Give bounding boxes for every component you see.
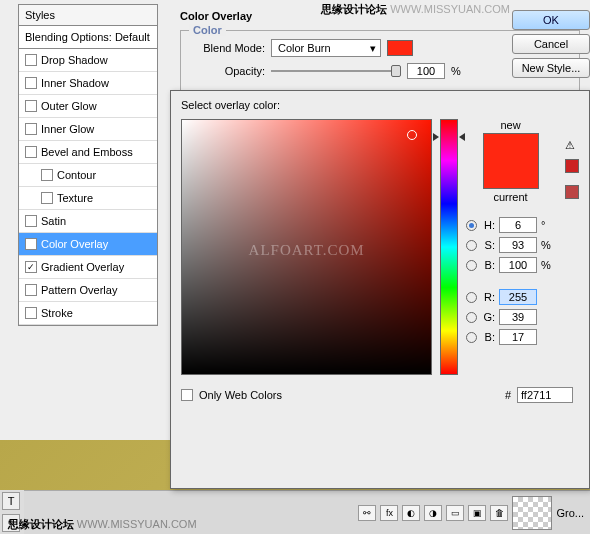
folder-icon[interactable]: ▭ — [446, 505, 464, 521]
opacity-input[interactable]: 100 — [407, 63, 445, 79]
style-label: Satin — [41, 215, 66, 227]
h-unit: ° — [541, 219, 555, 231]
dialog-buttons: OK Cancel New Style... — [512, 10, 590, 78]
style-label: Stroke — [41, 307, 73, 319]
s-radio[interactable] — [466, 240, 477, 251]
style-checkbox[interactable] — [41, 192, 53, 204]
picker-title: Select overlay color: — [181, 99, 579, 111]
style-checkbox[interactable] — [25, 123, 37, 135]
styles-header[interactable]: Styles — [19, 5, 157, 26]
style-label: Texture — [57, 192, 93, 204]
style-item-gradient-overlay[interactable]: ✓Gradient Overlay — [19, 256, 157, 279]
hex-input[interactable]: ff2711 — [517, 387, 573, 403]
style-checkbox[interactable] — [25, 54, 37, 66]
websafe-icon[interactable] — [565, 185, 579, 199]
b2-label: B: — [481, 331, 495, 343]
style-item-satin[interactable]: Satin — [19, 210, 157, 233]
style-label: Outer Glow — [41, 100, 97, 112]
gamut-warning-icon[interactable]: ⚠ — [565, 139, 579, 153]
b-input[interactable]: 100 — [499, 257, 537, 273]
style-item-stroke[interactable]: Stroke — [19, 302, 157, 325]
g-radio[interactable] — [466, 312, 477, 323]
blend-mode-select[interactable]: Color Burn — [271, 39, 381, 57]
style-label: Gradient Overlay — [41, 261, 124, 273]
r-input[interactable]: 255 — [499, 289, 537, 305]
blending-options[interactable]: Blending Options: Default — [19, 26, 157, 49]
b2-input[interactable]: 17 — [499, 329, 537, 345]
b2-radio[interactable] — [466, 332, 477, 343]
watermark-top: 思缘设计论坛 WWW.MISSYUAN.COM — [321, 2, 510, 17]
h-input[interactable]: 6 — [499, 217, 537, 233]
fx-icon[interactable]: fx — [380, 505, 398, 521]
style-item-drop-shadow[interactable]: Drop Shadow — [19, 49, 157, 72]
trash-icon[interactable]: 🗑 — [490, 505, 508, 521]
blend-mode-label: Blend Mode: — [193, 42, 265, 54]
fieldset-legend: Color — [189, 24, 226, 36]
cancel-button[interactable]: Cancel — [512, 34, 590, 54]
style-item-inner-shadow[interactable]: Inner Shadow — [19, 72, 157, 95]
opacity-label: Opacity: — [193, 65, 265, 77]
style-label: Drop Shadow — [41, 54, 108, 66]
b-unit: % — [541, 259, 555, 271]
color-swatch[interactable] — [387, 40, 413, 56]
ok-button[interactable]: OK — [512, 10, 590, 30]
styles-panel: Styles Blending Options: Default Drop Sh… — [18, 4, 158, 326]
style-checkbox[interactable]: ✓ — [25, 261, 37, 273]
layer-thumb[interactable] — [512, 496, 552, 530]
gamut-swatch[interactable] — [565, 159, 579, 173]
style-label: Bevel and Emboss — [41, 146, 133, 158]
r-label: R: — [481, 291, 495, 303]
style-item-color-overlay[interactable]: ✓Color Overlay — [19, 233, 157, 256]
style-label: Contour — [57, 169, 96, 181]
color-fields: H:6° S:93% B:100% R:255 G:39 B:17 — [466, 217, 555, 345]
adjustment-icon[interactable]: ◑ — [424, 505, 442, 521]
style-label: Inner Shadow — [41, 77, 109, 89]
h-label: H: — [481, 219, 495, 231]
hex-label: # — [505, 389, 511, 401]
s-label: S: — [481, 239, 495, 251]
g-input[interactable]: 39 — [499, 309, 537, 325]
h-radio[interactable] — [466, 220, 477, 231]
only-web-label: Only Web Colors — [199, 389, 282, 401]
style-checkbox[interactable] — [25, 307, 37, 319]
b-label: B: — [481, 259, 495, 271]
opacity-slider[interactable] — [271, 63, 401, 79]
style-item-pattern-overlay[interactable]: Pattern Overlay — [19, 279, 157, 302]
type-tool-icon[interactable]: T — [2, 492, 20, 510]
style-item-contour[interactable]: Contour — [19, 164, 157, 187]
new-label: new — [500, 119, 520, 131]
new-style-button[interactable]: New Style... — [512, 58, 590, 78]
style-checkbox[interactable] — [25, 146, 37, 158]
s-input[interactable]: 93 — [499, 237, 537, 253]
style-checkbox[interactable]: ✓ — [25, 238, 37, 250]
hue-arrow[interactable] — [433, 133, 439, 141]
layer-name[interactable]: Gro... — [556, 507, 584, 519]
s-unit: % — [541, 239, 555, 251]
link-icon[interactable]: ⚯ — [358, 505, 376, 521]
style-checkbox[interactable] — [41, 169, 53, 181]
hue-slider[interactable] — [440, 119, 458, 375]
g-label: G: — [481, 311, 495, 323]
color-picker-dialog: Select overlay color: ALFOART.COM new cu… — [170, 90, 590, 489]
style-checkbox[interactable] — [25, 100, 37, 112]
hue-arrow[interactable] — [459, 133, 465, 141]
watermark-bottom: 思缘设计论坛 WWW.MISSYUAN.COM — [8, 517, 197, 532]
style-checkbox[interactable] — [25, 215, 37, 227]
only-web-checkbox[interactable] — [181, 389, 193, 401]
color-cursor[interactable] — [407, 130, 417, 140]
style-item-texture[interactable]: Texture — [19, 187, 157, 210]
style-checkbox[interactable] — [25, 284, 37, 296]
r-radio[interactable] — [466, 292, 477, 303]
style-item-outer-glow[interactable]: Outer Glow — [19, 95, 157, 118]
style-label: Color Overlay — [41, 238, 108, 250]
style-item-inner-glow[interactable]: Inner Glow — [19, 118, 157, 141]
color-preview[interactable] — [483, 133, 539, 189]
current-label: current — [493, 191, 527, 203]
b-radio[interactable] — [466, 260, 477, 271]
style-item-bevel-and-emboss[interactable]: Bevel and Emboss — [19, 141, 157, 164]
new-layer-icon[interactable]: ▣ — [468, 505, 486, 521]
style-label: Pattern Overlay — [41, 284, 117, 296]
color-field[interactable]: ALFOART.COM — [181, 119, 432, 375]
mask-icon[interactable]: ◐ — [402, 505, 420, 521]
style-checkbox[interactable] — [25, 77, 37, 89]
